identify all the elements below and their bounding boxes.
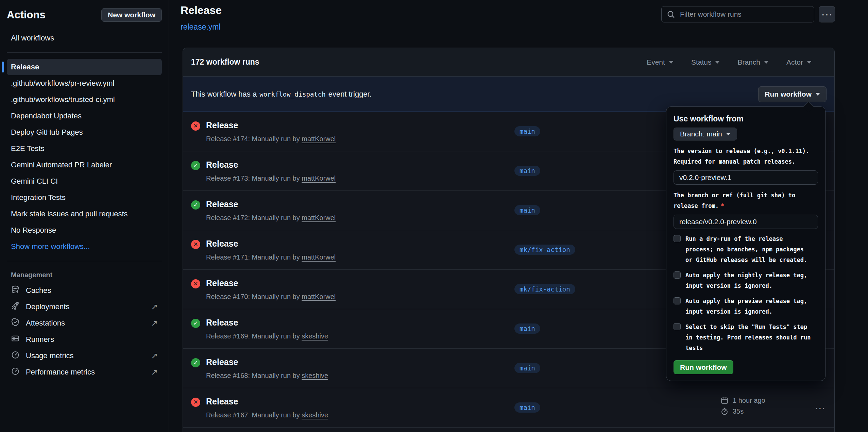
external-link-icon: ↗ [151, 318, 158, 328]
popover-title: Use workflow from [674, 114, 818, 123]
meter-icon [11, 367, 20, 378]
sidebar-item-caches[interactable]: Caches [7, 282, 162, 299]
checkbox-label[interactable]: Run a dry-run of the release process; no… [685, 234, 812, 265]
sidebar-item-label: Performance metrics [26, 368, 95, 377]
sidebar-item-dependabot-updates[interactable]: Dependabot Updates [7, 108, 162, 124]
sidebar-item-gemini-pr-labeler[interactable]: Gemini Automated PR Labeler [7, 157, 162, 173]
run-kebab-button[interactable]: ⋯ [815, 402, 826, 415]
sidebar-item-e2e-tests[interactable]: E2E Tests [7, 140, 162, 157]
checkbox-label[interactable]: Select to skip the "Run Tests" step in t… [685, 322, 812, 353]
actor-link[interactable]: mattKorwel [302, 214, 336, 221]
server-icon [11, 334, 20, 345]
new-workflow-button[interactable]: New workflow [101, 8, 162, 22]
sidebar-item-mark-stale[interactable]: Mark stale issues and pull requests [7, 206, 162, 222]
actor-link[interactable]: mattKorwel [302, 253, 336, 261]
dry-run-checkbox-row: Run a dry-run of the release process; no… [674, 234, 818, 265]
run-title-link[interactable]: Release [206, 199, 238, 209]
sidebar-item-attestations[interactable]: Attestations ↗ [7, 315, 162, 331]
workflow-options-kebab-button[interactable]: ⋯ [819, 6, 835, 22]
external-link-icon: ↗ [151, 302, 158, 312]
sidebar-item-deploy-github-pages[interactable]: Deploy GitHub Pages [7, 124, 162, 140]
actor-link[interactable]: mattKorwel [302, 175, 336, 182]
dry-run-checkbox[interactable] [674, 235, 681, 242]
branch-badge[interactable]: mk/fix-action [514, 284, 575, 294]
run-description: Release #170: Manually run by mattKorwel [206, 293, 336, 301]
show-more-workflows-link[interactable]: Show more workflows... [7, 238, 162, 255]
ref-input[interactable] [674, 215, 818, 229]
calendar-icon [720, 396, 729, 404]
skip-tests-checkbox[interactable] [674, 323, 681, 330]
sidebar-item-deployments[interactable]: Deployments ↗ [7, 299, 162, 315]
stopwatch-icon [720, 407, 729, 415]
checkbox-label[interactable]: Auto apply the nightly release tag, inpu… [685, 270, 812, 291]
branch-badge[interactable]: mk/fix-action [514, 245, 575, 255]
preview-tag-checkbox[interactable] [674, 297, 681, 304]
sidebar-item-integration-tests[interactable]: Integration Tests [7, 189, 162, 206]
actor-filter-dropdown[interactable]: Actor [786, 58, 812, 66]
event-filter-dropdown[interactable]: Event [647, 58, 674, 66]
run-title-link[interactable]: Release [206, 239, 238, 249]
actor-link[interactable]: skeshive [302, 372, 328, 379]
branch-badge[interactable]: main [514, 126, 540, 136]
sidebar-item-pr-review[interactable]: .github/workflows/pr-review.yml [7, 75, 162, 92]
branch-selector-button[interactable]: Branch: main [674, 128, 737, 140]
sidebar-item-release[interactable]: Release [7, 59, 162, 75]
sidebar-item-all-workflows[interactable]: All workflows [7, 30, 162, 46]
run-workflow-submit-button[interactable]: Run workflow [674, 360, 733, 374]
sidebar-item-usage-metrics[interactable]: Usage metrics ↗ [7, 348, 162, 364]
run-duration: 35s [733, 408, 744, 415]
run-description: Release #173: Manually run by mattKorwel [206, 175, 336, 182]
run-title-link[interactable]: Release [206, 120, 238, 130]
version-help-text: The version to release (e.g., v0.1.11). … [674, 146, 818, 167]
check-circle-icon [191, 200, 200, 210]
actor-link[interactable]: skeshive [302, 411, 328, 419]
branch-filter-dropdown[interactable]: Branch [737, 58, 769, 66]
run-title-link[interactable]: Release [206, 160, 238, 170]
run-time: 1 hour ago [733, 397, 765, 404]
run-title-link[interactable]: Release [206, 318, 238, 328]
required-asterisk: * [721, 202, 724, 209]
run-title-link[interactable]: Release [206, 397, 238, 406]
x-circle-icon [191, 121, 200, 131]
version-input[interactable] [674, 170, 818, 185]
actor-link[interactable]: mattKorwel [302, 135, 336, 143]
sidebar-item-performance-metrics[interactable]: Performance metrics ↗ [7, 364, 162, 380]
search-icon [667, 10, 675, 19]
page-title: Release [181, 4, 222, 17]
sidebar-item-no-response[interactable]: No Response [7, 222, 162, 238]
rocket-icon [11, 301, 20, 312]
x-circle-icon [191, 279, 200, 288]
chevron-down-icon [815, 93, 820, 96]
event-trigger-code: workflow_dispatch [259, 90, 325, 98]
branch-badge[interactable]: main [514, 205, 540, 215]
sidebar-item-label: Caches [26, 286, 51, 295]
check-circle-icon [191, 161, 200, 170]
branch-badge[interactable]: main [514, 166, 540, 176]
run-description: Release #174: Manually run by mattKorwel [206, 135, 336, 143]
management-section-label: Management [7, 267, 162, 282]
divider [7, 52, 162, 53]
search-input[interactable] [661, 6, 814, 22]
actor-link[interactable]: skeshive [302, 332, 328, 340]
skip-tests-checkbox-row: Select to skip the "Run Tests" step in t… [674, 322, 818, 353]
ref-help-text: The branch or ref (full git sha) to rele… [674, 190, 818, 211]
status-filter-dropdown[interactable]: Status [691, 58, 720, 66]
actor-link[interactable]: mattKorwel [302, 293, 336, 300]
checkbox-label[interactable]: Auto apply the preview release tag, inpu… [685, 296, 812, 317]
runs-panel-header: 172 workflow runs Event Status Branch Ac… [183, 48, 834, 77]
actions-page: Actions New workflow All workflows Relea… [0, 0, 868, 432]
run-title-link[interactable]: Release [206, 278, 238, 288]
workflow-file-link[interactable]: release.yml [181, 22, 221, 32]
actions-sidebar: Actions New workflow All workflows Relea… [0, 0, 169, 432]
run-title-link[interactable]: Release [206, 357, 238, 367]
branch-badge[interactable]: main [514, 402, 540, 413]
nightly-tag-checkbox[interactable] [674, 271, 681, 279]
branch-badge[interactable]: main [514, 363, 540, 373]
run-workflow-dropdown-button[interactable]: Run workflow [758, 86, 827, 102]
preview-tag-checkbox-row: Auto apply the preview release tag, inpu… [674, 296, 818, 317]
branch-badge[interactable]: main [514, 323, 540, 334]
sidebar-item-gemini-cli-ci[interactable]: Gemini CLI CI [7, 173, 162, 189]
sidebar-item-trusted-ci[interactable]: .github/workflows/trusted-ci.yml [7, 92, 162, 108]
filter-workflow-runs-search [661, 6, 814, 22]
sidebar-item-runners[interactable]: Runners [7, 331, 162, 348]
